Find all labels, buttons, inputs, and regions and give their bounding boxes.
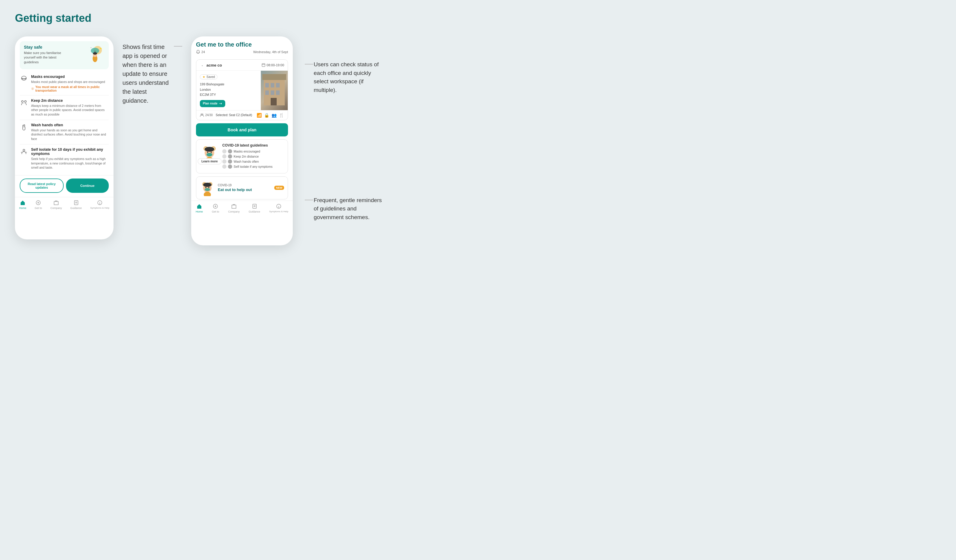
svg-rect-28 [276, 83, 280, 88]
office-card-top: acme co 08:00-19:00 [196, 60, 288, 71]
distance-text: Keep 2m distance Always keep a minimum d… [31, 99, 109, 117]
book-plan-button[interactable]: Book and plan [196, 123, 288, 136]
continue-button[interactable]: Continue [66, 179, 109, 193]
svg-point-20 [99, 204, 100, 204]
left-phone: Stay safe Make sure you familiarise your… [15, 36, 113, 239]
plan-route-button[interactable]: Plan route [200, 100, 225, 107]
svg-point-10 [22, 100, 23, 102]
covid-list-item: Self isolate if any symptoms [222, 165, 284, 169]
svg-text:!: ! [32, 88, 33, 89]
svg-point-34 [201, 114, 202, 115]
guideline-hands: Wash hands often Wash your hands as soon… [20, 120, 109, 144]
svg-point-50 [204, 188, 210, 191]
office-seat: Selected: Seat C2 (Default) [216, 113, 252, 117]
covid-illustration: Learn more [200, 143, 219, 166]
nav-home-right[interactable]: Home [196, 203, 203, 213]
stay-safe-heading: Stay safe [24, 45, 72, 50]
svg-rect-29 [265, 91, 269, 95]
office-title: Get me to the office [196, 41, 288, 48]
learn-more-button[interactable]: Learn more [198, 158, 222, 165]
nav-company-right[interactable]: Company [228, 203, 240, 213]
svg-point-41 [204, 147, 214, 152]
office-amenities: 📶 🔒 👥 🍴 [256, 113, 284, 118]
nav-get-to-right[interactable]: Get to [212, 203, 219, 213]
office-meta: 24 Wednesday, 4th of Sept [196, 50, 288, 54]
covid-list-item: Wash hands often [222, 159, 284, 163]
svg-point-59 [278, 207, 279, 207]
guideline-isolate: Self isolate for 10 days if you exhibit … [20, 144, 109, 173]
svg-point-12 [23, 149, 25, 151]
read-policy-button[interactable]: Read latest policy updates [20, 179, 64, 193]
nav-guidance-right[interactable]: Guidance [248, 203, 260, 213]
nav-guidance-left[interactable]: Guidance [70, 200, 82, 210]
nav-symptoms-left[interactable]: Symptoms & Help [90, 200, 109, 210]
header-date: Wednesday, 4th of Sept [253, 50, 288, 54]
hands-text: Wash hands often Wash your hands as soon… [31, 123, 109, 141]
mask-icon [20, 75, 28, 83]
covid-list: Masks encouraged Keep 2m distance Wash h… [222, 149, 284, 169]
annotation-right-1: Users can check status of each office an… [305, 60, 382, 94]
svg-rect-32 [270, 98, 277, 105]
right-annotations: Users can check status of each office an… [293, 36, 382, 245]
covid-info: COVID-19 latest guidelines Masks encoura… [222, 143, 284, 169]
svg-point-5 [93, 52, 97, 55]
office-company: acme co [200, 63, 222, 67]
guideline-masks: Masks encouraged Masks most public place… [20, 72, 109, 96]
svg-rect-55 [232, 205, 236, 209]
svg-point-35 [202, 114, 203, 115]
svg-rect-31 [276, 91, 280, 95]
new-badge: NEW [274, 186, 284, 190]
mask-guideline-icon [228, 149, 232, 154]
saved-badge: ★ Saved [200, 74, 217, 79]
svg-rect-27 [270, 83, 274, 88]
svg-rect-33 [262, 74, 286, 80]
office-image-placeholder [261, 71, 288, 110]
masks-text: Masks encouraged Masks most public place… [31, 75, 109, 92]
nav-get-to-left[interactable]: Get to [35, 200, 42, 210]
svg-rect-23 [262, 64, 265, 67]
covid-list-item: Masks encouraged [222, 149, 284, 154]
notification-count: 24 [196, 50, 205, 54]
svg-text:✦: ✦ [90, 47, 92, 49]
office-card-body: ★ Saved 199 Bishopsgate London EC2M 3TY … [196, 71, 288, 110]
people-icon: 👥 [272, 113, 277, 118]
covid-list-item: Keep 2m distance [222, 154, 284, 158]
eat-card: COVID-19 Eat out to help out NEW [196, 176, 288, 199]
svg-rect-26 [265, 83, 269, 88]
left-annotation: Shows first time app is opened or when t… [113, 36, 191, 111]
stay-safe-illustration: ★ ✦ [84, 45, 105, 66]
stay-safe-text: Stay safe Make sure you familiarise your… [24, 45, 72, 64]
left-annotation-text: Shows first time app is opened or when t… [123, 42, 182, 105]
svg-rect-17 [74, 201, 78, 205]
office-card: acme co 08:00-19:00 ★ Saved 199 [196, 60, 288, 120]
guidelines-list: Masks encouraged Masks most public place… [15, 69, 113, 175]
right-phone-content: Get me to the office 24 Wednesday, 4th o… [191, 36, 293, 216]
isolate-icon [20, 147, 28, 156]
svg-point-22 [202, 65, 203, 66]
nav-company-left[interactable]: Company [50, 200, 62, 210]
office-header: Get me to the office 24 Wednesday, 4th o… [191, 36, 293, 60]
left-phone-nav: Home Get to Company Guidance Symptoms & … [15, 197, 113, 213]
svg-point-49 [203, 183, 212, 187]
covid-card: Learn more COVID-19 latest guidelines Ma… [196, 140, 288, 173]
restaurant-icon: 🍴 [279, 113, 284, 118]
svg-point-53 [204, 191, 211, 196]
svg-point-51 [205, 187, 206, 188]
wifi-icon: 📶 [256, 113, 262, 118]
svg-point-11 [25, 100, 26, 102]
distance-icon [20, 99, 28, 107]
svg-rect-30 [270, 91, 274, 95]
isolate-text: Self isolate for 10 days if you exhibit … [31, 147, 109, 170]
right-phone-nav: Home Get to Company Guidance Symptoms & … [191, 201, 293, 216]
page-title: Getting started [15, 12, 941, 25]
nav-symptoms-right[interactable]: Symptoms & Help [269, 203, 288, 213]
hands-icon [20, 123, 28, 131]
nav-home-left[interactable]: Home [19, 200, 26, 210]
office-hours: 08:00-19:00 [262, 63, 284, 67]
stay-safe-description: Make sure you familiarise yourself with … [24, 51, 72, 64]
svg-rect-16 [54, 201, 58, 205]
phones-row: Stay safe Make sure you familiarise your… [15, 36, 941, 245]
phone-footer: Read latest policy updates Continue [15, 175, 113, 197]
stay-safe-banner: Stay safe Make sure you familiarise your… [20, 41, 109, 69]
office-details: ★ Saved 199 Bishopsgate London EC2M 3TY … [196, 71, 261, 110]
